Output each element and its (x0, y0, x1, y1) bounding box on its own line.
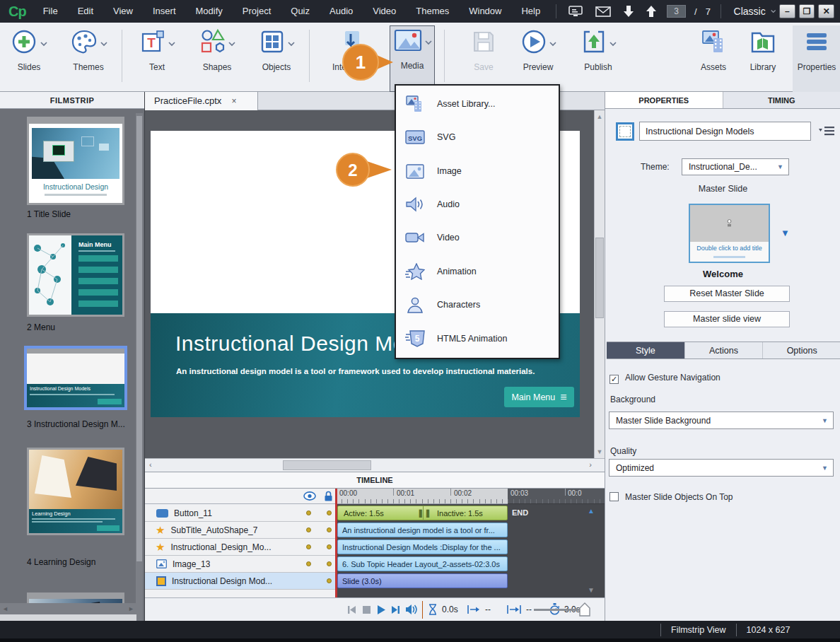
play-icon[interactable] (377, 605, 385, 614)
filmstrip-slide-2[interactable]: Main Menu (27, 233, 124, 317)
preview-button[interactable]: Preview (511, 28, 566, 72)
menu-insert[interactable]: Insert (143, 0, 186, 23)
filmstrip-label-3[interactable]: 3 Instructional Design M... (27, 419, 125, 429)
workspace-selector[interactable]: Classic (734, 6, 766, 17)
timeline-row-image13[interactable]: Image_13 (145, 556, 336, 573)
timeline-playhead[interactable] (335, 489, 337, 597)
document-tab[interactable]: PracticeFile.cptx× (145, 92, 258, 110)
timeline-ruler[interactable]: 00:00 00:01 00:02 (336, 489, 508, 504)
objects-on-top-checkbox[interactable] (609, 492, 619, 501)
row1-visibility-dot[interactable] (306, 510, 311, 515)
library-button[interactable]: Library (735, 28, 791, 72)
row4-lock-dot[interactable] (327, 561, 332, 566)
tab-options[interactable]: Options (763, 342, 840, 358)
shapes-button[interactable]: Shapes (189, 28, 245, 72)
timeline-row-button11[interactable]: Button_11 (145, 505, 336, 522)
timeline-ruler-overtime[interactable]: 00:03 00:0 (508, 489, 605, 504)
field-options-icon[interactable] (819, 126, 834, 136)
menu-item-image[interactable]: Image (396, 157, 559, 185)
scroll-right-icon[interactable]: › (589, 460, 592, 469)
timeline-scroll-up-icon[interactable]: ▲ (588, 507, 595, 515)
menu-edit[interactable]: Edit (68, 0, 103, 23)
tab-timing[interactable]: TIMING (723, 92, 840, 108)
timeline-row-slide-selected[interactable]: Instructional Design Mod... (145, 573, 336, 590)
timeline-bar-subtitle[interactable]: An instructional design model is a tool … (337, 523, 508, 537)
publish-button[interactable]: Publish (571, 28, 626, 72)
slide-color-swatch[interactable] (616, 122, 634, 141)
filmstrip-slide-4[interactable]: Learning Design (27, 448, 124, 535)
canvas-vscrollbar[interactable]: ▲ ▼ (594, 110, 605, 458)
stop-icon[interactable] (363, 606, 371, 614)
gap-icon[interactable] (467, 605, 480, 614)
filmstrip-label-4[interactable]: 4 Learning Design (27, 557, 95, 567)
slides-button[interactable]: Slides (1, 28, 57, 72)
themes-button[interactable]: Themes (61, 28, 116, 72)
row2-lock-dot[interactable] (327, 527, 332, 532)
main-menu-button[interactable]: Main Menu≡ (504, 387, 574, 407)
timeline-bar-slide[interactable]: Slide (3.0s) (337, 573, 508, 588)
filmstrip-slide-3-selected[interactable]: Instructional Design Models (24, 346, 127, 410)
quality-dropdown[interactable]: Optimized▼ (609, 459, 834, 477)
scroll-left-icon[interactable]: ‹ (149, 460, 152, 469)
filmstrip-label-2[interactable]: 2 Menu (27, 322, 55, 332)
master-slide-dropdown-icon[interactable]: ▼ (781, 228, 790, 238)
objects-button[interactable]: Objects (249, 28, 304, 72)
slide-subtitle-text[interactable]: An instructional design model is a tool … (176, 367, 535, 375)
audio-mute-icon[interactable] (405, 604, 418, 615)
timeline-row-title-shape[interactable]: ★ Instructional_Design_Mo... (145, 539, 336, 556)
filmstrip-scroll-right-icon[interactable]: ► (128, 605, 134, 612)
timeline-bar-image[interactable]: 6. Sub Topic Header Layout_2-assets-02:3… (337, 556, 508, 571)
menu-window[interactable]: Window (459, 0, 511, 23)
row3-lock-dot[interactable] (327, 544, 332, 549)
menu-item-audio[interactable]: Audio (396, 190, 559, 218)
reset-master-slide-button[interactable]: Reset Master Slide (664, 286, 790, 302)
eye-icon[interactable] (303, 491, 316, 501)
menu-item-html5-animation[interactable]: 5 HTML5 Animation (396, 325, 559, 353)
menu-themes[interactable]: Themes (406, 0, 459, 23)
slide-name-input[interactable] (639, 122, 811, 141)
assets-button[interactable]: Assets (686, 28, 741, 72)
lock-icon[interactable] (324, 491, 333, 502)
timeline-row-subtitle[interactable]: ★ SubTitle_AutoShape_7 (145, 522, 336, 539)
tab-close-icon[interactable]: × (231, 96, 236, 106)
timeline-scroll-down-icon[interactable]: ▼ (588, 586, 595, 594)
scroll-down-icon[interactable]: ▼ (595, 448, 605, 455)
row1-lock-dot[interactable] (327, 510, 332, 515)
filmstrip-scrollbar[interactable] (136, 113, 143, 642)
menu-item-characters[interactable]: Characters (396, 291, 559, 319)
timeline-bar-title[interactable]: Instructional Design Models :Display for… (337, 539, 508, 554)
timeline-header[interactable]: TIMELINE (145, 472, 605, 489)
row2-visibility-dot[interactable] (306, 527, 311, 532)
row3-visibility-dot[interactable] (306, 544, 311, 549)
master-slide-view-button[interactable]: Master slide view (664, 311, 790, 327)
menu-audio[interactable]: Audio (320, 0, 363, 23)
menu-help[interactable]: Help (511, 0, 550, 23)
go-to-start-icon[interactable] (347, 605, 356, 614)
maximize-button[interactable]: ❒ (799, 4, 815, 18)
menu-item-animation[interactable]: Animation (396, 257, 559, 286)
overlap-icon[interactable] (507, 605, 521, 614)
canvas-hscrollbar-thumb[interactable] (283, 460, 371, 470)
canvas-hscrollbar[interactable]: ‹ › (145, 458, 605, 472)
tab-properties[interactable]: PROPERTIES (605, 92, 723, 108)
zoom-slider-handle[interactable] (579, 602, 590, 617)
scroll-up-icon[interactable]: ▲ (595, 113, 605, 120)
minimize-button[interactable]: – (779, 4, 795, 18)
tab-actions[interactable]: Actions (685, 342, 764, 358)
next-slide-icon[interactable] (646, 6, 656, 17)
menu-video[interactable]: Video (363, 0, 406, 23)
master-slide-thumbnail[interactable]: Double click to add title (689, 204, 770, 263)
filmstrip-scrollbar-thumb[interactable] (136, 116, 142, 561)
menu-modify[interactable]: Modify (186, 0, 233, 23)
menu-file[interactable]: File (33, 0, 68, 23)
properties-button[interactable]: Properties (789, 28, 840, 72)
text-button[interactable]: T Text (129, 28, 185, 72)
filmstrip-hscrollbar[interactable]: ◄► (0, 603, 136, 614)
menu-quiz[interactable]: Quiz (281, 0, 320, 23)
current-slide-input[interactable]: 3 (667, 5, 686, 18)
timeline-bar-button[interactable]: Active: 1.5s ❚❚ Inactive: 1.5s (337, 506, 508, 520)
tab-style[interactable]: Style (607, 342, 685, 358)
row4-visibility-dot[interactable] (306, 561, 311, 566)
view-mode-status[interactable]: Filmstrip View (661, 625, 736, 635)
email-icon[interactable] (595, 6, 611, 17)
